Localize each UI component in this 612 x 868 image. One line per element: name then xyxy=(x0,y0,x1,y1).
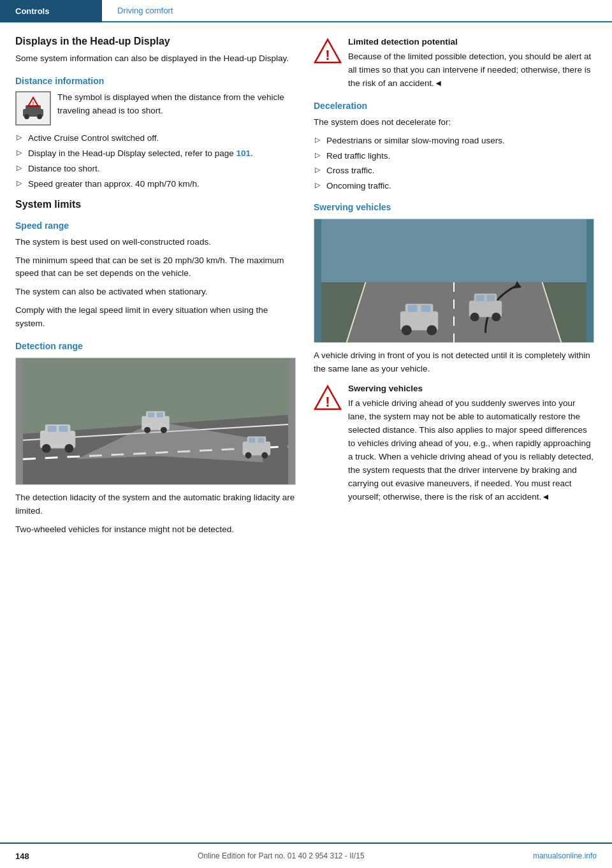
bullet-item: Display in the Head-up Display selected,… xyxy=(15,147,296,161)
tab-controls[interactable]: Controls xyxy=(0,0,102,22)
bullet-item: Pedestrians or similar slow-moving road … xyxy=(314,134,594,148)
detection-range-heading: Detection range xyxy=(15,341,296,351)
svg-rect-13 xyxy=(48,426,57,432)
left-column: Displays in the Head-up Display Some sys… xyxy=(15,36,296,542)
svg-point-16 xyxy=(64,444,73,453)
distance-icon-svg: ! xyxy=(19,95,47,122)
decel-bullet-list: Pedestrians or similar slow-moving road … xyxy=(314,134,594,194)
svg-point-49 xyxy=(492,313,500,322)
bullet-item: Oncoming traffic. xyxy=(314,180,594,193)
deceleration-heading: Deceleration xyxy=(314,101,594,111)
svg-rect-46 xyxy=(476,295,484,301)
warning-triangle-icon-2: ! xyxy=(314,384,342,412)
svg-rect-41 xyxy=(421,305,431,312)
intro-text: Some system information can also be disp… xyxy=(15,52,296,66)
speed-range-p2: The minimum speed that can be set is 20 … xyxy=(15,254,296,281)
warning-triangle-icon: ! xyxy=(314,37,342,65)
svg-point-3 xyxy=(37,114,42,119)
svg-rect-20 xyxy=(157,412,163,417)
right-column: ! Limited detection potential Because of… xyxy=(314,36,594,542)
distance-symbol-icon: ! xyxy=(15,91,51,126)
system-limits-heading: System limits xyxy=(15,199,296,210)
svg-text:!: ! xyxy=(325,47,330,63)
svg-point-27 xyxy=(245,452,252,459)
swerving-warning-body: If a vehicle driving ahead of you sudden… xyxy=(348,398,594,501)
detection-caption-1: The detection lidacity of the system and… xyxy=(15,491,296,518)
tab-driving-comfort[interactable]: Driving comfort xyxy=(102,0,612,22)
svg-rect-14 xyxy=(59,426,68,432)
speed-range-p3: The system can also be activated when st… xyxy=(15,286,296,299)
bullet-item: Red traffic lights. xyxy=(314,150,594,163)
page-header: Controls Driving comfort xyxy=(0,0,612,23)
svg-point-15 xyxy=(42,444,51,453)
distance-info-text: The symbol is displayed when the distanc… xyxy=(57,91,296,118)
tab-driving-label: Driving comfort xyxy=(117,6,173,15)
speed-range-p1: The system is best used on well-construc… xyxy=(15,236,296,249)
distance-info-heading: Distance information xyxy=(15,76,296,86)
swerving-warning-title: Swerving vehicles xyxy=(348,382,594,396)
page-footer: 148 Online Edition for Part no. 01 40 2 … xyxy=(0,843,612,868)
svg-point-48 xyxy=(470,313,479,322)
svg-rect-31 xyxy=(321,219,586,282)
swerving-svg xyxy=(314,219,594,342)
svg-point-28 xyxy=(261,452,268,459)
bullet-item: Distance too short. xyxy=(15,163,296,176)
footer-site: manualsonline.info xyxy=(533,851,597,860)
tab-controls-label: Controls xyxy=(15,6,49,16)
speed-range-p4: Comply with the legal speed limit in eve… xyxy=(15,304,296,331)
svg-rect-47 xyxy=(486,295,495,301)
main-title: Displays in the Head-up Display xyxy=(15,36,296,47)
svg-text:!: ! xyxy=(33,101,34,106)
bullet-item: Speed greater than approx. 40 mph/70 km/… xyxy=(15,178,296,191)
detection-caption-2: Two-wheeled vehicles for instance might … xyxy=(15,523,296,537)
swerving-warning-text-block: Swerving vehicles If a vehicle driving a… xyxy=(348,382,594,503)
main-content: Displays in the Head-up Display Some sys… xyxy=(0,23,612,567)
warning-box-swerving: ! Swerving vehicles If a vehicle driving… xyxy=(314,382,594,503)
svg-rect-40 xyxy=(408,305,418,312)
svg-rect-26 xyxy=(258,438,264,443)
svg-point-22 xyxy=(161,427,167,433)
svg-rect-19 xyxy=(148,412,154,417)
svg-point-21 xyxy=(144,427,150,433)
warning-body: Because of the limited possible detectio… xyxy=(348,52,591,88)
swerving-caption: A vehicle driving in front of you is not… xyxy=(314,349,594,376)
page-number: 148 xyxy=(15,851,29,861)
decel-intro: The system does not decelerate for: xyxy=(314,116,594,129)
warning-box-detection: ! Limited detection potential Because of… xyxy=(314,36,594,90)
svg-point-2 xyxy=(24,114,29,119)
svg-text:!: ! xyxy=(325,394,330,410)
swerving-vehicles-image xyxy=(314,219,594,343)
detection-range-svg xyxy=(16,358,295,484)
swerving-heading: Swerving vehicles xyxy=(314,202,594,212)
bullet-item: Active Cruise Control switched off. xyxy=(15,132,296,145)
svg-point-43 xyxy=(426,326,437,336)
svg-point-42 xyxy=(402,326,412,336)
footer-edition: Online Edition for Part no. 01 40 2 954 … xyxy=(198,851,365,860)
detection-range-image xyxy=(15,358,296,485)
warning-title: Limited detection potential xyxy=(348,36,594,49)
speed-range-heading: Speed range xyxy=(15,221,296,231)
page-link[interactable]: 101 xyxy=(236,148,251,158)
distance-info-box: ! The symbol is displayed when the dista… xyxy=(15,91,296,126)
distance-bullet-list: Active Cruise Control switched off. Disp… xyxy=(15,132,296,191)
svg-rect-25 xyxy=(249,438,256,443)
warning-text-block: Limited detection potential Because of t… xyxy=(348,36,594,90)
bullet-item: Cross traffic. xyxy=(314,164,594,178)
